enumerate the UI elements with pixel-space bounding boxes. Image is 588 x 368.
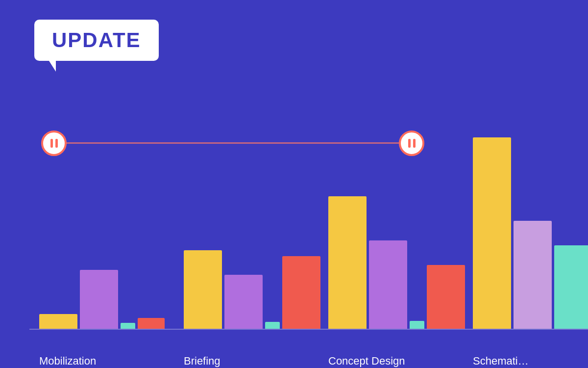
bar <box>473 137 511 329</box>
bar <box>80 270 118 329</box>
category-label: Mobilization <box>39 355 96 368</box>
category-label: Briefing <box>184 355 220 368</box>
bar-group <box>328 196 465 329</box>
bar-group <box>473 137 588 329</box>
bar <box>184 250 222 329</box>
bar <box>328 196 367 329</box>
bar <box>282 256 320 329</box>
pause-bar <box>55 139 58 148</box>
bar <box>410 321 424 329</box>
slider-handle-left[interactable] <box>41 131 67 156</box>
chart-container: UPDATE MobilizationBriefingConcept Desig… <box>0 0 588 368</box>
slider-track <box>54 142 412 144</box>
pause-icon-right <box>408 139 416 148</box>
pause-bar <box>50 139 53 148</box>
bar <box>554 245 588 329</box>
bar <box>265 322 280 329</box>
update-bubble: UPDATE <box>34 20 159 61</box>
update-title: UPDATE <box>52 28 141 52</box>
pause-bar <box>413 139 416 148</box>
category-label: Schemati… <box>473 355 529 368</box>
bar <box>138 318 165 329</box>
bar <box>39 314 77 329</box>
bar <box>427 265 465 329</box>
bar-group <box>184 250 320 329</box>
bar <box>224 275 263 329</box>
pause-icon-left <box>50 139 58 148</box>
bar <box>369 240 407 329</box>
category-label: Concept Design <box>328 355 405 368</box>
bar <box>121 323 135 329</box>
chart-baseline <box>29 329 588 330</box>
bar-group <box>39 270 165 329</box>
slider-handle-right[interactable] <box>399 131 424 156</box>
bar <box>514 221 552 329</box>
pause-bar <box>408 139 411 148</box>
chart-bars-area <box>29 83 588 329</box>
